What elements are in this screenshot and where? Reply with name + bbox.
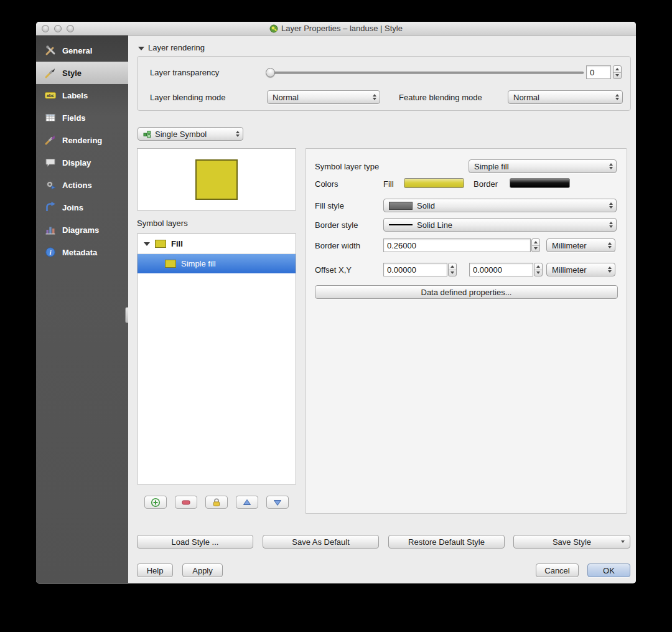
sidebar-item-general[interactable]: General (36, 39, 128, 62)
sidebar-item-style[interactable]: Style (36, 62, 128, 84)
data-defined-properties-button[interactable]: Data defined properties... (315, 285, 618, 299)
minimize-window-button[interactable] (54, 25, 62, 32)
gear-action-icon (44, 179, 57, 191)
sidebar-item-diagrams[interactable]: Diagrams (36, 219, 128, 241)
blending-mode-label: Layer blending mode (150, 93, 225, 102)
add-symbol-layer-button[interactable] (144, 496, 167, 509)
sidebar-item-labels[interactable]: abc Labels (36, 84, 128, 106)
load-style-button[interactable]: Load Style ... (137, 535, 253, 549)
transparency-slider-knob[interactable] (266, 68, 275, 77)
offset-x-stepper[interactable] (448, 263, 457, 276)
border-style-label: Border style (315, 220, 358, 230)
tree-row-simple-fill[interactable]: Simple fill (138, 254, 296, 273)
arrow-down-icon (273, 498, 282, 507)
offset-y-stepper[interactable] (534, 263, 543, 276)
popup-arrows-icon (605, 160, 616, 172)
symbol-preview-swatch (195, 159, 238, 200)
close-window-button[interactable] (42, 25, 49, 32)
sidebar-item-actions[interactable]: Actions (36, 174, 128, 196)
stepper-up-icon[interactable] (614, 66, 621, 72)
sidebar-item-rendering[interactable]: Rendering (36, 129, 128, 151)
offset-unit-dropdown[interactable]: Millimeter (546, 263, 615, 276)
fill-color-button[interactable] (404, 178, 464, 188)
help-button[interactable]: Help (137, 564, 173, 577)
bar-chart-icon (44, 224, 57, 236)
sidebar-item-display[interactable]: Display (36, 151, 128, 174)
remove-minus-icon (181, 498, 191, 507)
move-layer-up-button[interactable] (236, 496, 258, 509)
border-width-stepper[interactable] (531, 238, 540, 252)
layer-rendering-header[interactable]: Layer rendering (138, 43, 205, 52)
popup-arrows-icon (232, 128, 243, 140)
zoom-window-button[interactable] (67, 25, 74, 32)
sidebar-item-metadata[interactable]: i Metadata (36, 241, 128, 263)
offset-x-field[interactable]: 0.00000 (383, 263, 447, 276)
popup-arrows-icon (612, 91, 622, 103)
fill-color-label: Fill (383, 179, 394, 189)
solid-line-swatch (389, 224, 413, 225)
border-width-unit-dropdown[interactable]: Millimeter (546, 238, 615, 252)
move-layer-down-button[interactable] (266, 496, 289, 509)
tools-icon (44, 44, 57, 57)
transparency-label: Layer transparency (150, 68, 219, 77)
transparency-slider-track[interactable] (269, 72, 584, 74)
ok-button[interactable]: OK (587, 564, 630, 577)
border-width-label: Border width (315, 241, 360, 250)
info-icon: i (44, 246, 57, 258)
style-page: Layer rendering Layer transparency 0 Lay… (128, 35, 636, 583)
stepper-down-icon[interactable] (534, 270, 542, 276)
renderer-type-dropdown[interactable]: Single Symbol (138, 127, 243, 141)
layer-blending-dropdown[interactable]: Normal (267, 90, 380, 104)
sidebar-item-fields[interactable]: Fields (36, 106, 128, 129)
stepper-up-icon[interactable] (534, 263, 542, 270)
title-bar[interactable]: Layer Properties – landuse | Style (36, 22, 636, 35)
stepper-up-icon[interactable] (532, 239, 539, 245)
svg-text:abc: abc (47, 93, 54, 98)
sidebar-item-joins[interactable]: Joins (36, 196, 128, 219)
collapse-triangle-icon[interactable] (138, 47, 144, 50)
lock-color-button[interactable] (205, 496, 228, 509)
stepper-down-icon[interactable] (532, 245, 539, 252)
symbol-layer-properties-panel: Symbol layer type Simple fill Colors Fil… (305, 148, 627, 514)
fill-swatch (155, 240, 166, 248)
window-title-text: Layer Properties – landuse | Style (281, 24, 403, 33)
transparency-stepper[interactable] (613, 65, 622, 79)
remove-symbol-layer-button[interactable] (175, 496, 197, 509)
feature-blending-dropdown[interactable]: Normal (508, 90, 623, 104)
popup-arrows-icon (605, 219, 616, 231)
popup-arrows-icon (604, 239, 615, 252)
symbol-layers-tree: Fill Simple fill (137, 233, 296, 484)
symbol-layer-type-dropdown[interactable]: Simple fill (469, 159, 617, 173)
lock-icon (212, 498, 222, 507)
transparency-value-field[interactable]: 0 (586, 65, 611, 79)
expand-triangle-icon[interactable] (144, 242, 150, 246)
fill-style-dropdown[interactable]: Solid (383, 199, 617, 212)
offset-y-field[interactable]: 0.00000 (469, 263, 533, 276)
paintbrush-icon (44, 67, 57, 79)
border-color-button[interactable] (510, 178, 570, 188)
tree-row-fill[interactable]: Fill (138, 234, 296, 254)
arrow-up-icon (242, 498, 252, 507)
add-plus-icon (151, 498, 161, 507)
properties-sidebar: General Style abc Labels (36, 35, 128, 583)
join-arrow-icon (44, 201, 57, 214)
stepper-up-icon[interactable] (449, 263, 456, 270)
stepper-down-icon[interactable] (449, 270, 456, 276)
stepper-down-icon[interactable] (614, 72, 621, 79)
window-controls (42, 25, 74, 32)
feature-blending-label: Feature blending mode (399, 93, 482, 102)
layer-properties-window: Layer Properties – landuse | Style Gener… (36, 22, 636, 583)
abc-label-icon: abc (44, 89, 57, 101)
attribute-table-icon (44, 111, 57, 124)
border-style-dropdown[interactable]: Solid Line (383, 218, 617, 232)
symbol-layer-type-label: Symbol layer type (315, 162, 379, 171)
border-color-label: Border (474, 179, 498, 189)
save-as-default-button[interactable]: Save As Default (263, 535, 379, 549)
cancel-button[interactable]: Cancel (536, 564, 579, 577)
border-width-field[interactable]: 0.26000 (383, 238, 531, 252)
fill-style-label: Fill style (315, 201, 344, 210)
restore-default-style-button[interactable]: Restore Default Style (388, 535, 505, 549)
save-style-button[interactable]: Save Style (513, 535, 630, 549)
dropdown-arrow-icon (621, 540, 625, 543)
apply-button[interactable]: Apply (182, 564, 223, 577)
